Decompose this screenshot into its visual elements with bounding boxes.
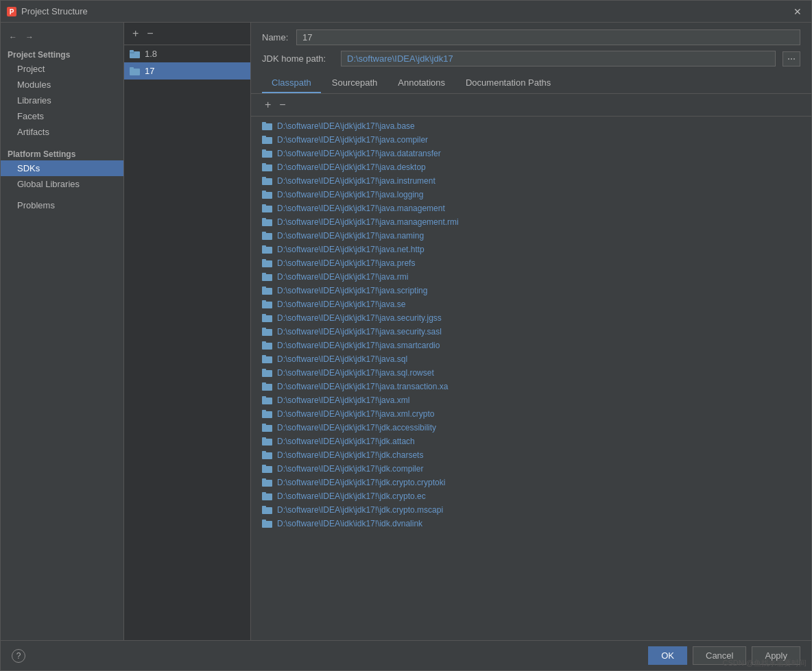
classpath-item-path: D:\software\IDEA\jdk\jdk17!\java.managem… <box>277 204 445 213</box>
sdk-item-1.8[interactable]: 1.8 <box>124 45 250 62</box>
browse-button[interactable]: ⋯ <box>783 51 800 66</box>
classpath-list-item[interactable]: D:\software\IDEA\idk\idk17!\idk.dvnalink <box>251 517 811 530</box>
classpath-list-item[interactable]: D:\software\IDEA\jdk\jdk17!\java.base <box>251 119 811 133</box>
classpath-list-item[interactable]: D:\software\IDEA\jdk\jdk17!\jdk.crypto.e… <box>251 489 811 503</box>
jar-folder-icon <box>262 149 273 158</box>
classpath-list-item[interactable]: D:\software\IDEA\jdk\jdk17!\java.securit… <box>251 325 811 339</box>
forward-button[interactable]: → <box>23 31 36 43</box>
tab-annotations[interactable]: Annotations <box>388 73 455 93</box>
sidebar-item-modules[interactable]: Modules <box>1 77 123 93</box>
svg-rect-62 <box>262 492 266 494</box>
classpath-list-item[interactable]: D:\software\IDEA\jdk\jdk17!\jdk.crypto.m… <box>251 503 811 517</box>
svg-rect-15 <box>262 178 272 185</box>
classpath-item-path: D:\software\IDEA\jdk\jdk17!\java.net.htt… <box>277 245 425 254</box>
jdk-path-input[interactable] <box>341 51 776 66</box>
classpath-list-item[interactable]: D:\software\IDEA\jdk\jdk17!\jdk.attach <box>251 435 811 448</box>
sdk-list: 1.8 17 <box>124 45 250 640</box>
svg-rect-12 <box>262 149 266 151</box>
remove-classpath-button[interactable]: − <box>276 98 288 112</box>
add-sdk-button[interactable]: + <box>130 27 141 40</box>
name-input[interactable] <box>296 29 800 45</box>
tab-documentation-paths[interactable]: Documentation Paths <box>456 73 560 93</box>
classpath-item-path: D:\software\IDEA\jdk\jdk17!\jdk.charsets <box>277 450 423 460</box>
classpath-list-item[interactable]: D:\software\IDEA\jdk\jdk17!\java.logging <box>251 188 811 202</box>
close-button[interactable]: ✕ <box>789 5 806 19</box>
svg-text:P: P <box>10 8 14 16</box>
jar-folder-icon <box>262 217 273 227</box>
bottom-left: ? <box>12 649 25 663</box>
jdk-row: JDK home path: ⋯ <box>262 51 800 66</box>
add-classpath-button[interactable]: + <box>262 98 274 112</box>
sidebar-item-sdks[interactable]: SDKs <box>1 160 123 176</box>
tab-sourcepath[interactable]: Sourcepath <box>322 73 387 93</box>
classpath-list-item[interactable]: D:\software\IDEA\jdk\jdk17!\java.datatra… <box>251 147 811 160</box>
sdk-item-17[interactable]: 17 <box>124 62 250 80</box>
svg-rect-46 <box>262 382 266 385</box>
classpath-list-item[interactable]: D:\software\IDEA\jdk\jdk17!\java.scripti… <box>251 284 811 297</box>
svg-rect-7 <box>262 123 272 130</box>
sdk-list-panel: + − 1.8 <box>124 23 251 640</box>
svg-rect-17 <box>262 192 272 199</box>
sidebar-item-project[interactable]: Project <box>1 61 123 77</box>
classpath-list-item[interactable]: D:\software\IDEA\jdk\jdk17!\java.naming <box>251 229 811 243</box>
sidebar-item-libraries[interactable]: Libraries <box>1 93 123 108</box>
svg-rect-22 <box>262 218 266 220</box>
classpath-list-item[interactable]: D:\software\IDEA\jdk\jdk17!\java.rmi <box>251 270 811 284</box>
back-button[interactable]: ← <box>6 31 20 43</box>
tab-classpath[interactable]: Classpath <box>262 73 321 93</box>
classpath-item-path: D:\software\IDEA\jdk\jdk17!\jdk.compiler <box>277 464 423 474</box>
classpath-list-item[interactable]: D:\software\IDEA\jdk\jdk17!\java.xml.cry… <box>251 407 811 421</box>
classpath-item-path: D:\software\IDEA\jdk\jdk17!\java.base <box>277 121 415 131</box>
classpath-list-item[interactable]: D:\software\IDEA\jdk\jdk17!\java.sql.row… <box>251 366 811 380</box>
classpath-list-item[interactable]: D:\software\IDEA\jdk\jdk17!\jdk.crypto.c… <box>251 476 811 489</box>
help-button[interactable]: ? <box>12 649 25 663</box>
classpath-list-item[interactable]: D:\software\IDEA\jdk\jdk17!\java.transac… <box>251 380 811 393</box>
classpath-list-item[interactable]: D:\software\IDEA\jdk\jdk17!\java.xml <box>251 393 811 407</box>
main-content: Name: JDK home path: ⋯ Classpath Sourcep… <box>251 23 811 640</box>
classpath-list-item[interactable]: D:\software\IDEA\jdk\jdk17!\java.instrum… <box>251 174 811 188</box>
jar-folder-icon <box>262 231 273 241</box>
classpath-list-item[interactable]: D:\software\IDEA\jdk\jdk17!\java.smartca… <box>251 339 811 352</box>
classpath-list-item[interactable]: D:\software\IDEA\jdk\jdk17!\java.prefs <box>251 256 811 270</box>
sidebar-item-facets[interactable]: Facets <box>1 108 123 124</box>
remove-sdk-button[interactable]: − <box>144 27 156 40</box>
svg-rect-57 <box>262 466 272 473</box>
sidebar-item-global-libraries[interactable]: Global Libraries <box>1 176 123 192</box>
name-label: Name: <box>262 32 289 42</box>
svg-rect-24 <box>262 232 266 234</box>
svg-rect-47 <box>262 398 272 404</box>
svg-rect-20 <box>262 204 266 206</box>
classpath-list-item[interactable]: D:\software\IDEA\jdk\jdk17!\java.net.htt… <box>251 243 811 256</box>
classpath-list-item[interactable]: D:\software\IDEA\jdk\jdk17!\java.managem… <box>251 215 811 229</box>
jar-folder-icon <box>262 395 273 405</box>
classpath-list-item[interactable]: D:\software\IDEA\jdk\jdk17!\java.compile… <box>251 133 811 147</box>
jar-folder-icon <box>262 478 273 487</box>
classpath-item-path: D:\software\IDEA\jdk\jdk17!\jdk.crypto.c… <box>277 478 445 487</box>
classpath-list[interactable]: D:\software\IDEA\jdk\jdk17!\java.base D:… <box>251 117 811 640</box>
classpath-list-item[interactable]: D:\software\IDEA\jdk\jdk17!\java.se <box>251 297 811 311</box>
classpath-list-item[interactable]: D:\software\IDEA\jdk\jdk17!\jdk.compiler <box>251 462 811 476</box>
classpath-item-path: D:\software\IDEA\jdk\jdk17!\java.rmi <box>277 272 408 282</box>
svg-rect-38 <box>262 328 266 330</box>
classpath-list-item[interactable]: D:\software\IDEA\jdk\jdk17!\java.managem… <box>251 202 811 215</box>
classpath-list-item[interactable]: D:\software\IDEA\jdk\jdk17!\java.securit… <box>251 311 811 325</box>
project-settings-label: Project Settings <box>1 46 123 61</box>
svg-rect-33 <box>262 302 272 308</box>
svg-rect-44 <box>262 369 266 371</box>
sidebar-item-problems[interactable]: Problems <box>1 197 123 213</box>
tabs-row: Classpath Sourcepath Annotations Documen… <box>262 73 800 93</box>
svg-rect-41 <box>262 356 272 363</box>
svg-rect-31 <box>262 288 272 295</box>
svg-rect-10 <box>262 136 266 138</box>
bottom-bar: ? OK Cancel Apply <box>1 640 811 670</box>
jar-folder-icon <box>262 491 273 501</box>
classpath-list-item[interactable]: D:\software\IDEA\jdk\jdk17!\jdk.charsets <box>251 448 811 462</box>
classpath-list-item[interactable]: D:\software\IDEA\jdk\jdk17!\java.sql <box>251 352 811 366</box>
svg-rect-60 <box>262 478 266 480</box>
svg-rect-39 <box>262 343 272 350</box>
ok-button[interactable]: OK <box>648 646 687 665</box>
classpath-list-item[interactable]: D:\software\IDEA\jdk\jdk17!\jdk.accessib… <box>251 421 811 435</box>
sidebar-item-artifacts[interactable]: Artifacts <box>1 124 123 140</box>
classpath-list-item[interactable]: D:\software\IDEA\jdk\jdk17!\java.desktop <box>251 160 811 174</box>
classpath-item-path: D:\software\IDEA\jdk\jdk17!\java.managem… <box>277 217 459 227</box>
